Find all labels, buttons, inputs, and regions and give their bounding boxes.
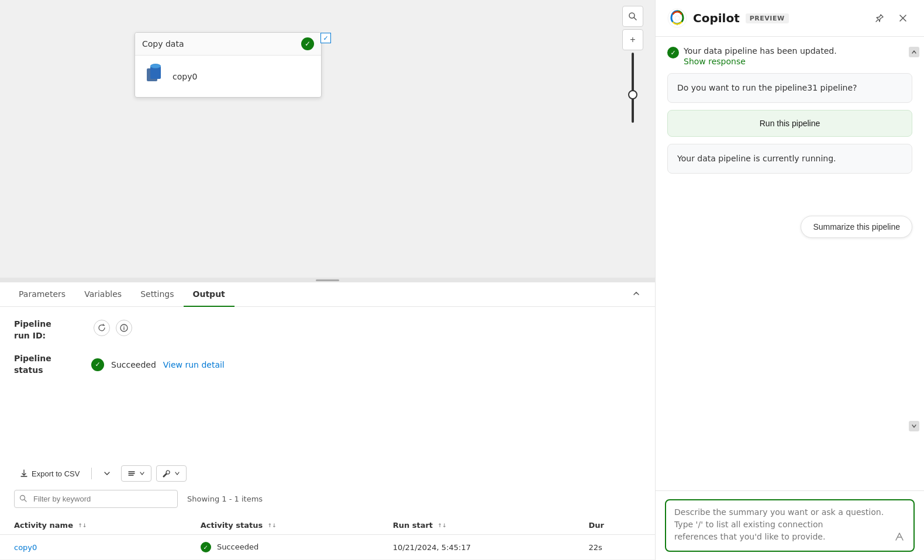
chevron-down-icon bbox=[104, 470, 111, 477]
activity-name-link[interactable]: copy0 bbox=[14, 543, 37, 552]
cell-activity-status: ✓ Succeeded bbox=[187, 535, 379, 560]
canvas-toolbar: + bbox=[622, 6, 643, 50]
node-body: copy0 bbox=[135, 56, 321, 97]
tab-output[interactable]: Output bbox=[184, 282, 235, 307]
refresh-run-button[interactable] bbox=[94, 320, 110, 336]
export-csv-button[interactable]: Export to CSV bbox=[14, 466, 85, 482]
canvas-area: Copy data ✓ copy0 ✓ bbox=[0, 0, 655, 278]
updated-text: Your data pipeline has been updated. bbox=[684, 46, 837, 56]
table-row: copy0 ✓ Succeeded 10/21/2024, 5:45:17 22… bbox=[0, 535, 655, 560]
col-duration: Dur bbox=[574, 516, 655, 535]
col-activity-status: Activity status ↑↓ bbox=[187, 516, 379, 535]
pipeline-run-id-row: Pipelinerun ID: bbox=[14, 319, 641, 341]
filter-input-wrap bbox=[14, 490, 178, 508]
zoom-handle[interactable] bbox=[628, 90, 637, 99]
chevron-down-small-icon bbox=[911, 423, 917, 429]
search-icon bbox=[628, 12, 637, 21]
node-activity-name: copy0 bbox=[173, 72, 197, 81]
status-text: Succeeded bbox=[111, 360, 156, 369]
send-icon bbox=[894, 531, 905, 542]
output-table: Activity name ↑↓ Activity status ↑↓ Run … bbox=[0, 516, 655, 560]
svg-point-8 bbox=[123, 326, 124, 326]
col-activity-name: Activity name ↑↓ bbox=[0, 516, 187, 535]
columns-icon bbox=[127, 469, 136, 478]
message-bot-question: Do you want to run the pipeline31 pipeli… bbox=[667, 73, 912, 103]
scroll-up-button[interactable] bbox=[909, 47, 919, 57]
filter-keyword-input[interactable] bbox=[14, 490, 178, 508]
tools-chevron-icon bbox=[174, 471, 180, 476]
left-panel: Copy data ✓ copy0 ✓ bbox=[0, 0, 655, 560]
run-pipeline-button[interactable]: Run this pipeline bbox=[667, 110, 912, 137]
svg-line-18 bbox=[876, 20, 878, 22]
status-success-icon: ✓ bbox=[91, 358, 104, 371]
close-copilot-button[interactable] bbox=[894, 9, 912, 27]
copy-data-icon bbox=[144, 64, 166, 89]
updated-content: Your data pipeline has been updated. Sho… bbox=[684, 46, 837, 66]
scroll-down-button[interactable] bbox=[909, 421, 919, 431]
cell-duration: 22s bbox=[574, 535, 655, 560]
export-separator bbox=[91, 468, 92, 479]
tab-variables[interactable]: Variables bbox=[75, 282, 131, 307]
copilot-header: Copilot PREVIEW bbox=[656, 0, 924, 37]
copilot-logo bbox=[667, 8, 687, 28]
summarize-pipeline-button[interactable]: Summarize this pipeline bbox=[801, 216, 912, 238]
pin-copilot-button[interactable] bbox=[870, 9, 889, 27]
node-checkbox[interactable]: ✓ bbox=[320, 33, 331, 43]
node-success-icon: ✓ bbox=[301, 37, 314, 50]
panel-divider[interactable] bbox=[0, 278, 655, 282]
download-icon bbox=[20, 469, 28, 478]
svg-point-17 bbox=[675, 16, 680, 20]
tab-parameters[interactable]: Parameters bbox=[9, 282, 75, 307]
search-canvas-button[interactable] bbox=[622, 6, 643, 27]
row-status-text: Succeeded bbox=[217, 542, 258, 551]
col-run-start: Run start ↑↓ bbox=[379, 516, 575, 535]
refresh-icon bbox=[98, 324, 106, 332]
divider-handle bbox=[316, 279, 339, 281]
show-response-link[interactable]: Show response bbox=[684, 57, 837, 66]
export-dropdown-button[interactable] bbox=[98, 466, 116, 481]
wrench-icon bbox=[163, 469, 171, 478]
output-toolbar: Export to CSV bbox=[0, 465, 655, 482]
collapse-output-button[interactable] bbox=[627, 284, 646, 305]
close-icon bbox=[898, 13, 908, 23]
filter-columns-button[interactable] bbox=[121, 465, 151, 482]
sort-icon-activity[interactable]: ↑↓ bbox=[78, 523, 87, 528]
pipeline-run-id-label: Pipelinerun ID: bbox=[14, 319, 84, 341]
tools-button[interactable] bbox=[156, 465, 187, 482]
message-running: Your data pipeline is currently running. bbox=[667, 144, 912, 174]
sort-icon-runstart[interactable]: ↑↓ bbox=[438, 523, 447, 528]
copilot-title: Copilot bbox=[693, 11, 740, 25]
plus-icon: + bbox=[630, 34, 635, 45]
svg-point-3 bbox=[150, 64, 161, 68]
sort-icon-status[interactable]: ↑↓ bbox=[268, 523, 277, 528]
export-csv-label: Export to CSV bbox=[32, 469, 80, 478]
filter-search-icon bbox=[19, 495, 27, 504]
showing-items-text: Showing 1 - 1 items bbox=[187, 495, 263, 503]
cell-activity-name: copy0 bbox=[0, 535, 187, 560]
filter-row: Showing 1 - 1 items bbox=[0, 490, 655, 508]
send-button[interactable] bbox=[891, 528, 908, 545]
copilot-header-actions bbox=[870, 9, 912, 27]
tab-settings[interactable]: Settings bbox=[131, 282, 183, 307]
copilot-messages: ✓ Your data pipeline has been updated. S… bbox=[656, 37, 924, 490]
copy-data-node[interactable]: Copy data ✓ copy0 bbox=[135, 32, 322, 98]
svg-line-5 bbox=[634, 18, 636, 20]
copilot-textarea-wrap bbox=[665, 499, 915, 552]
view-run-detail-link[interactable]: View run detail bbox=[163, 360, 225, 369]
chevron-up-icon bbox=[632, 289, 641, 298]
pipeline-status-row: Pipelinestatus ✓ Succeeded View run deta… bbox=[14, 353, 641, 376]
svg-line-15 bbox=[25, 499, 27, 502]
zoom-slider[interactable] bbox=[632, 53, 634, 123]
copilot-panel: Copilot PREVIEW bbox=[655, 0, 924, 560]
preview-badge: PREVIEW bbox=[746, 13, 789, 23]
columns-chevron-icon bbox=[139, 471, 145, 476]
info-icon bbox=[120, 324, 128, 332]
info-run-button[interactable] bbox=[116, 320, 132, 336]
node-title: Copy data bbox=[142, 39, 184, 49]
row-success-icon: ✓ bbox=[201, 542, 211, 552]
copilot-input[interactable] bbox=[674, 506, 890, 541]
copilot-input-area bbox=[656, 490, 924, 560]
add-node-button[interactable]: + bbox=[622, 29, 643, 50]
output-section: Parameters Variables Settings Output Pi bbox=[0, 282, 655, 560]
output-tabs: Parameters Variables Settings Output bbox=[0, 282, 655, 307]
